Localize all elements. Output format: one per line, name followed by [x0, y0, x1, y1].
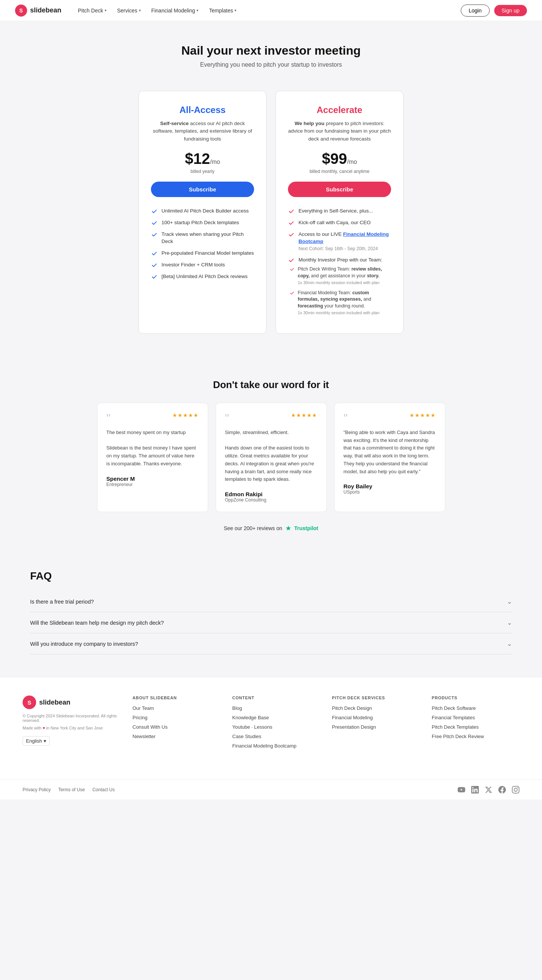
testimonial-card-3: " ★★★★★ "Being able to work with Caya an…	[334, 403, 445, 512]
footer-link[interactable]: Knowledge Base	[232, 715, 320, 721]
logo-icon: S	[15, 5, 27, 17]
sub-feature-item: Financial Modeling Team: custom formulas…	[290, 290, 391, 316]
facebook-icon[interactable]	[498, 786, 506, 794]
testimonial-role: OppZone Consulting	[225, 497, 317, 503]
testimonials-section: Don't take our word for it " ★★★★★ The b…	[0, 356, 542, 548]
footer-logo-text: slidebean	[39, 698, 70, 706]
nav-item-pitchdeck[interactable]: Pitch Deck ▾	[73, 5, 111, 17]
nav-item-services[interactable]: Services ▾	[113, 5, 145, 17]
feature-item: Pre-populated Financial Model templates	[151, 250, 254, 257]
footer-col-products: PRODUCTS Pitch Deck Software Financial T…	[432, 695, 520, 752]
footer-link[interactable]: Pitch Deck Design	[332, 705, 420, 711]
subscribe-button-all-access[interactable]: Subscribe	[151, 181, 254, 197]
trustpilot-text: See our 200+ reviews on	[223, 525, 282, 531]
feature-item: Access to our LIVE Financial Modeling Bo…	[288, 231, 391, 253]
footer-link[interactable]: Consult With Us	[133, 724, 220, 730]
price-per-accelerate: /mo	[347, 159, 357, 165]
footer-link[interactable]: Financial Modeling	[332, 715, 420, 721]
testimonial-quote: "Being able to work with Caya and Sandra…	[344, 429, 436, 476]
price-amount-all-access: $12	[185, 150, 210, 167]
chevron-down-icon: ▾	[105, 8, 106, 13]
footer-col-title: ABOUT SLIDEBEAN	[133, 695, 220, 700]
language-label: English	[26, 738, 42, 744]
privacy-policy-link[interactable]: Privacy Policy	[22, 787, 51, 792]
card-desc-accelerate: We help you prepare to pitch investors: …	[288, 120, 391, 143]
testimonial-card-1: " ★★★★★ The best money spent on my start…	[97, 403, 208, 512]
nav-item-templates[interactable]: Templates ▾	[204, 5, 241, 17]
faq-section: FAQ Is there a free trial period? ⌄ Will…	[0, 547, 542, 677]
nav-item-financial[interactable]: Financial Modeling ▾	[147, 5, 203, 17]
quote-mark-icon: "	[344, 412, 348, 424]
hero-title: Nail your next investor meeting	[8, 44, 534, 58]
faq-item-2[interactable]: Will the Slidebean team help me design m…	[30, 612, 512, 633]
footer-col-title: PITCH DECK SERVICES	[332, 695, 420, 700]
footer-grid: S slidebean © Copyright 2024 Slidebean I…	[22, 695, 520, 752]
faq-question: Will you introduce my company to investo…	[30, 641, 138, 647]
youtube-icon[interactable]	[458, 786, 465, 794]
trustpilot-brand: Trustpilot	[294, 525, 319, 531]
logo[interactable]: S slidebean	[15, 5, 61, 17]
testimonial-role: Entrepreneur	[106, 482, 199, 487]
footer-made-with: Made with ♥ in New York City and San Jos…	[22, 725, 120, 730]
footer-link[interactable]: Case Studies	[232, 733, 320, 739]
signup-button[interactable]: Sign up	[494, 5, 527, 16]
pricing-card-accelerate: Accelerate We help you prepare to pitch …	[276, 91, 404, 334]
heart-icon: ♥	[43, 725, 45, 730]
terms-of-use-link[interactable]: Terms of Use	[58, 787, 85, 792]
footer-logo-icon: S	[22, 695, 36, 709]
subscribe-button-accelerate[interactable]: Subscribe	[288, 181, 391, 197]
card-title-all-access: All-Access	[151, 105, 254, 115]
footer-link[interactable]: Pricing	[133, 715, 220, 721]
chevron-down-icon: ⌄	[507, 640, 512, 647]
testimonial-name: Spencer M	[106, 476, 199, 482]
faq-item-3[interactable]: Will you introduce my company to investo…	[30, 633, 512, 654]
footer-bottom: Privacy Policy Terms of Use Contact Us	[0, 780, 542, 800]
faq-item-1[interactable]: Is there a free trial period? ⌄	[30, 591, 512, 612]
language-selector[interactable]: English ▾	[22, 736, 50, 746]
feature-item: [Beta] Unlimited AI Pitch Deck reviews	[151, 273, 254, 280]
footer-link[interactable]: Pitch Deck Templates	[432, 724, 520, 730]
nav-actions: Login Sign up	[461, 5, 527, 17]
footer-link[interactable]: Financial Templates	[432, 715, 520, 721]
feature-list-accelerate: Everything in Self-Service, plus... Kick…	[288, 208, 391, 264]
login-button[interactable]: Login	[461, 5, 489, 17]
testimonial-quote: The best money spent on my startupSlideb…	[106, 429, 199, 468]
sub-features: Pitch Deck Writing Team: review slides, …	[288, 266, 391, 316]
footer-brand: S slidebean © Copyright 2024 Slidebean I…	[22, 695, 120, 752]
footer-col-title: PRODUCTS	[432, 695, 520, 700]
testimonials-title: Don't take our word for it	[15, 379, 527, 391]
testimonials-grid: " ★★★★★ The best money spent on my start…	[15, 403, 527, 512]
footer-link[interactable]: Financial Modeling Bootcamp	[232, 743, 320, 749]
chevron-down-icon: ⌄	[507, 598, 512, 605]
instagram-icon[interactable]	[512, 786, 520, 794]
logo-text: slidebean	[30, 6, 61, 14]
trustpilot-star-icon: ★	[285, 524, 291, 532]
faq-question: Will the Slidebean team help me design m…	[30, 620, 164, 626]
footer-link[interactable]: Free Pitch Deck Review	[432, 733, 520, 739]
footer-col-about: ABOUT SLIDEBEAN Our Team Pricing Consult…	[133, 695, 220, 752]
twitter-icon[interactable]	[485, 786, 492, 794]
card-desc-all-access: Self-service access our AI pitch deck so…	[151, 120, 254, 143]
chevron-down-icon: ▾	[235, 8, 236, 13]
linkedin-icon[interactable]	[471, 786, 479, 794]
hero-subtitle: Everything you need to pitch your startu…	[8, 61, 534, 68]
footer-link[interactable]: Youtube · Lessons	[232, 724, 320, 730]
hero-section: Nail your next investor meeting Everythi…	[0, 21, 542, 83]
feature-item: 100+ startup Pitch Deck templates	[151, 219, 254, 226]
chevron-down-icon: ▾	[44, 738, 46, 744]
footer-link[interactable]: Pitch Deck Software	[432, 705, 520, 711]
footer-link[interactable]: Presentation Design	[332, 724, 420, 730]
footer-link[interactable]: Our Team	[133, 705, 220, 711]
price-row-all-access: $12/mo	[151, 150, 254, 167]
feature-list-all-access: Unlimited AI Pitch Deck Builder access 1…	[151, 208, 254, 280]
sub-feature-item: Pitch Deck Writing Team: review slides, …	[290, 266, 391, 286]
feature-item: Investor Finder + CRM tools	[151, 261, 254, 269]
footer-link[interactable]: Newsletter	[133, 733, 220, 739]
footer-link[interactable]: Blog	[232, 705, 320, 711]
feature-item: Track views when sharing your Pitch Deck	[151, 231, 254, 245]
contact-us-link[interactable]: Contact Us	[92, 787, 114, 792]
feature-item: Everything in Self-Service, plus...	[288, 208, 391, 215]
feature-item: Kick-off call with Caya, our CEO	[288, 219, 391, 226]
bootcamp-link[interactable]: Financial Modeling Bootcamp	[298, 231, 389, 244]
star-rating: ★★★★★	[291, 412, 317, 418]
